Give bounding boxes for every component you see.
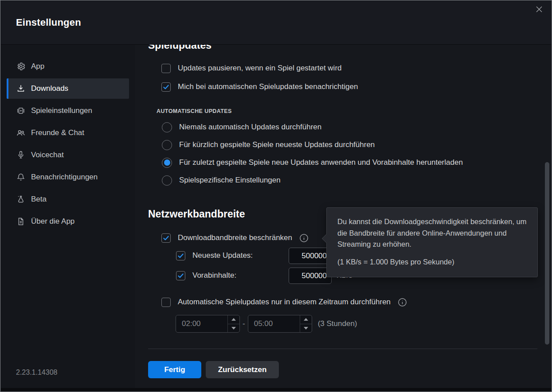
- bell-icon: [16, 172, 26, 182]
- checkbox-label: Automatische Spielupdates nur in diesem …: [178, 298, 391, 307]
- preload-speed-input[interactable]: [289, 268, 332, 284]
- info-icon[interactable]: [299, 233, 309, 243]
- spinner-up-icon[interactable]: [300, 315, 312, 324]
- checkbox-label: Vorabinhalte:: [192, 271, 236, 280]
- sidebar-item-beta[interactable]: Beta: [7, 189, 129, 210]
- settings-content: Spielupdates Updates pausieren, wenn ein…: [135, 45, 551, 388]
- reset-button[interactable]: Zurücksetzen: [206, 361, 279, 378]
- friends-icon: [16, 128, 26, 138]
- checkbox-label: Mich bei automatischen Spielupdates bena…: [178, 82, 358, 91]
- notify-updates-checkbox[interactable]: [161, 82, 171, 92]
- sidebar-nav: App Downloads: [1, 45, 135, 233]
- sidebar-item-label: Über die App: [31, 217, 74, 226]
- pause-updates-checkbox[interactable]: [161, 64, 171, 73]
- sidebar-item-label: Spieleinstellungen: [31, 106, 92, 115]
- checkbox-label: Downloadbandbreite beschränken: [178, 233, 292, 242]
- spinner-down-icon[interactable]: [300, 324, 312, 333]
- sidebar-item-game-settings[interactable]: Spieleinstellungen: [7, 101, 129, 121]
- radio-label: Niemals automatisch Updates durchführen: [179, 123, 321, 132]
- tooltip-arrow: [322, 234, 331, 243]
- section-heading-game-updates: Spielupdates: [148, 45, 211, 51]
- time-range-separator: -: [243, 319, 245, 328]
- sidebar-item-friends-chat[interactable]: Freunde & Chat: [7, 123, 129, 143]
- checkbox-row-notify-updates: Mich bei automatischen Spielupdates bena…: [161, 82, 358, 92]
- checkbox-label: Neueste Updates:: [192, 251, 253, 260]
- sidebar-item-label: Downloads: [31, 84, 68, 93]
- checkbox-row-latest-updates: Neueste Updates:: [176, 250, 253, 261]
- scrollbar-thumb[interactable]: [545, 162, 549, 345]
- sidebar-item-notifications[interactable]: Benachrichtigungen: [7, 167, 129, 187]
- radio-label: Spielspezifische Einstellungen: [179, 176, 281, 185]
- done-button[interactable]: Fertig: [148, 361, 201, 378]
- schedule-time-range: 02:00 - 05:00 (3 Stunden): [176, 315, 357, 333]
- sidebar-item-label: Voicechat: [31, 151, 64, 159]
- time-from-value: 02:00: [176, 319, 227, 328]
- radio-row-never: Niemals automatisch Updates durchführen: [162, 122, 321, 132]
- gear-icon: [16, 62, 26, 71]
- sidebar-item-voicechat[interactable]: Voicechat: [7, 145, 129, 165]
- time-to-input[interactable]: 05:00: [248, 315, 312, 333]
- schedule-duration-label: (3 Stunden): [318, 319, 357, 328]
- sidebar-item-downloads[interactable]: Downloads: [7, 78, 129, 99]
- app-version: 2.23.1.14308: [16, 369, 57, 376]
- radio-recently-played[interactable]: [162, 140, 172, 150]
- latest-updates-speed-input[interactable]: [289, 248, 332, 264]
- checkbox-row-preload: Vorabinhalte:: [176, 270, 236, 281]
- settings-window: Einstellungen App: [0, 0, 552, 392]
- close-icon[interactable]: [534, 4, 544, 15]
- spinner-down-icon[interactable]: [228, 324, 239, 333]
- time-from-spinner: [227, 315, 239, 332]
- bandwidth-tooltip: Du kannst die Downloadgeschwindigkeit be…: [326, 207, 538, 277]
- window-bottom-edge: [1, 388, 551, 391]
- time-to-spinner: [300, 315, 312, 332]
- footer-divider: [148, 349, 537, 349]
- sidebar-item-about[interactable]: Über die App: [7, 211, 129, 232]
- tooltip-note: (1 KB/s = 1.000 Bytes pro Sekunde): [337, 256, 527, 268]
- section-heading-network-bandwidth: Netzwerkbandbreite: [148, 208, 245, 220]
- checkbox-row-pause-updates: Updates pausieren, wenn ein Spiel gestar…: [161, 63, 342, 74]
- sidebar-item-label: Beta: [31, 195, 47, 204]
- title-bar: Einstellungen: [1, 1, 551, 45]
- radio-label: Für kürzlich gespielte Spiele neueste Up…: [179, 140, 375, 149]
- radio-label: Für zuletzt gespielte Spiele neue Update…: [179, 158, 463, 167]
- radio-row-game-specific: Spielspezifische Einstellungen: [162, 175, 281, 186]
- checkbox-row-schedule: Automatische Spielupdates nur in diesem …: [161, 297, 407, 307]
- preload-checkbox[interactable]: [176, 271, 185, 280]
- latest-updates-checkbox[interactable]: [176, 251, 185, 260]
- info-icon[interactable]: [398, 298, 407, 307]
- download-icon: [16, 84, 26, 93]
- sidebar-item-label: App: [31, 62, 44, 71]
- sidebar-item-label: Freunde & Chat: [31, 128, 84, 137]
- tooltip-text: Du kannst die Downloadgeschwindigkeit be…: [337, 216, 527, 250]
- sidebar: App Downloads: [1, 45, 135, 388]
- checkbox-label: Updates pausieren, wenn ein Spiel gestar…: [178, 64, 342, 73]
- document-icon: [16, 217, 26, 226]
- spinner-up-icon[interactable]: [228, 315, 239, 324]
- checkbox-row-limit-bandwidth: Downloadbandbreite beschränken: [161, 233, 309, 243]
- time-from-input[interactable]: 02:00: [176, 315, 240, 333]
- microphone-icon: [16, 150, 26, 160]
- radio-never-updates[interactable]: [162, 122, 172, 132]
- radio-last-played[interactable]: [162, 158, 172, 168]
- radio-game-specific[interactable]: [162, 175, 172, 186]
- schedule-updates-checkbox[interactable]: [161, 298, 171, 307]
- sidebar-item-label: Benachrichtigungen: [31, 173, 98, 182]
- flask-icon: [16, 194, 26, 204]
- radio-row-recently-played: Für kürzlich gespielte Spiele neueste Up…: [162, 140, 375, 150]
- auto-updates-group-label: AUTOMATISCHE UPDATES: [157, 108, 232, 114]
- sidebar-item-app[interactable]: App: [7, 56, 129, 77]
- radio-row-last-played: Für zuletzt gespielte Spiele neue Update…: [162, 157, 463, 168]
- page-title: Einstellungen: [16, 17, 81, 28]
- time-to-value: 05:00: [248, 319, 300, 328]
- game-settings-icon: [16, 106, 26, 116]
- limit-bandwidth-checkbox[interactable]: [161, 233, 171, 243]
